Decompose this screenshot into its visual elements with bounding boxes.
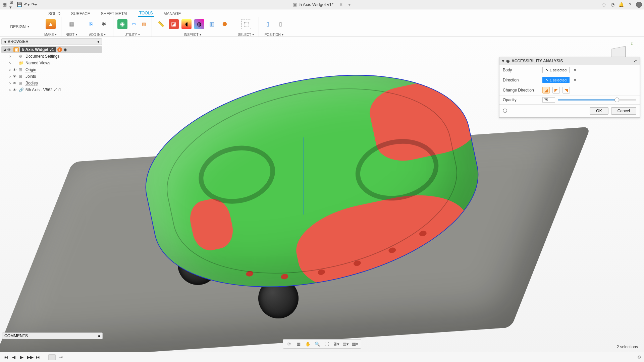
tab-close-button[interactable]: ×: [339, 2, 342, 8]
viewport-dropdown[interactable]: ▦▾: [352, 341, 358, 347]
origin-icon: ⊞: [19, 67, 24, 72]
save-icon[interactable]: 💾: [17, 2, 22, 7]
addin-gear-icon[interactable]: ✱: [99, 19, 109, 29]
panel-expand-icon[interactable]: ⤢: [634, 59, 637, 63]
opacity-label: Opacity: [503, 98, 540, 102]
comments-panel[interactable]: COMMENTS ●: [2, 333, 103, 339]
cancel-button[interactable]: Cancel: [611, 107, 636, 115]
direction-option-3[interactable]: ◥: [562, 87, 570, 94]
browser-pin-icon[interactable]: ●: [97, 39, 100, 44]
zoom-icon[interactable]: 🔍: [314, 341, 321, 347]
tab-tools[interactable]: TOOLS: [138, 10, 154, 17]
doc-cube-icon: ▣: [292, 2, 298, 7]
direction-label: Direction: [503, 78, 540, 82]
ok-button[interactable]: OK: [590, 107, 608, 115]
tree-item-docsettings[interactable]: ▷⚙ Document Settings: [7, 53, 102, 60]
app-title-bar: ▦ 🗎▾ 💾 ↶▾ ↷▾ ▣ 5 Axis Widget v1* × ＋ ◌ ◔…: [0, 0, 644, 9]
file-icon[interactable]: 🗎▾: [9, 2, 15, 7]
print3d-icon[interactable]: ▲: [46, 19, 56, 29]
direction-option-2[interactable]: ◤: [552, 87, 560, 94]
timeline-end-icon[interactable]: ⏭: [35, 355, 41, 360]
browser-header[interactable]: ◂ BROWSER ●: [1, 38, 102, 45]
select-icon[interactable]: ⬚: [241, 19, 251, 29]
row-opacity: Opacity: [499, 95, 640, 104]
opacity-input[interactable]: [542, 97, 555, 103]
nest-icon[interactable]: ▦: [67, 19, 77, 29]
grid-dropdown[interactable]: ▤▾: [342, 341, 349, 347]
tree-item-origin[interactable]: ▷👁⊞ Origin: [7, 66, 102, 73]
tab-solid[interactable]: SOLID: [47, 10, 62, 17]
group-utility: UTILITY: [124, 33, 137, 37]
hole: [246, 270, 254, 277]
opacity-slider[interactable]: [558, 99, 636, 101]
direction-option-1[interactable]: ◢: [542, 87, 550, 94]
utility-color-icon[interactable]: ◉: [117, 19, 127, 29]
undo-icon[interactable]: ↶▾: [24, 2, 30, 7]
timeline-marker-icon[interactable]: ⇥: [58, 355, 64, 360]
comments-pin-icon[interactable]: ●: [98, 334, 100, 338]
folder-icon: 📁: [19, 61, 24, 65]
utility-icon3[interactable]: ▧: [140, 20, 148, 28]
center-mass-icon[interactable]: ⬣: [220, 19, 230, 29]
tab-surface[interactable]: SURFACE: [70, 10, 92, 17]
direction-selector[interactable]: ↖ 1 selected: [542, 77, 570, 83]
viewport[interactable]: ◂ BROWSER ● ◢👁 ▣ 5 Axis Widget v1 ! ◉ ▷⚙…: [0, 37, 644, 352]
timeline-settings-icon[interactable]: ⚙: [637, 355, 641, 360]
help-icon[interactable]: ？: [627, 2, 633, 7]
tab-manage[interactable]: MANAGE: [162, 10, 182, 17]
extensions-icon[interactable]: ◌: [601, 2, 606, 7]
inaccessible-region: [366, 72, 486, 167]
section-icon[interactable]: ▥: [207, 19, 217, 29]
direction-clear-button[interactable]: ×: [572, 77, 578, 82]
tree-item-namedviews[interactable]: ▷📁 Named Views: [7, 60, 102, 66]
slider-thumb[interactable]: [614, 98, 619, 102]
timeline-prev-icon[interactable]: ◀: [11, 355, 17, 360]
position-icon2[interactable]: ▯: [276, 19, 286, 29]
timeline-feature[interactable]: [48, 354, 56, 360]
browser-panel: ◂ BROWSER ● ◢👁 ▣ 5 Axis Widget v1 ! ◉ ▷⚙…: [1, 38, 102, 93]
scripts-icon[interactable]: ⎘: [86, 19, 96, 29]
look-icon[interactable]: ▦: [295, 341, 302, 347]
bodies-icon: ⊞: [19, 81, 24, 85]
position-icon[interactable]: ▯: [263, 19, 273, 29]
job-status-icon[interactable]: ◔: [610, 2, 615, 7]
panel-collapse-icon[interactable]: ▾: [502, 59, 504, 63]
zebra-icon[interactable]: ◍: [194, 19, 204, 29]
pan-icon[interactable]: ✋: [305, 341, 311, 347]
row-direction: Direction ↖ 1 selected ×: [499, 75, 640, 85]
browser-collapse-icon[interactable]: ◂: [4, 39, 6, 44]
fit-icon[interactable]: ⛶: [323, 341, 330, 347]
body-clear-button[interactable]: ×: [572, 67, 578, 72]
ribbon: SOLID SURFACE SHEET METAL TOOLS MANAGE D…: [0, 9, 644, 37]
utility-icon2[interactable]: ▭: [130, 20, 138, 28]
timeline-next-icon[interactable]: ▶▶: [27, 355, 33, 360]
user-avatar[interactable]: [636, 2, 642, 8]
body-selector[interactable]: ↖ 1 selected: [542, 67, 570, 73]
interference-icon[interactable]: ◪: [169, 19, 179, 29]
tree-item-joints[interactable]: ▷👁⊞ Joints: [7, 73, 102, 80]
redo-icon[interactable]: ↷▾: [32, 2, 37, 7]
workspace-label: DESIGN: [10, 24, 26, 29]
info-icon[interactable]: ⓘ: [503, 108, 507, 114]
orbit-icon[interactable]: ⟳: [286, 341, 292, 347]
tree-item-component[interactable]: ▷👁🔗 5th Axis - V562 v1:1: [7, 86, 102, 93]
workspace-dropdown[interactable]: DESIGN▼: [0, 17, 40, 37]
measure-icon[interactable]: 📏: [156, 19, 166, 29]
notifications-icon[interactable]: 🔔: [619, 2, 624, 7]
app-grid-icon[interactable]: ▦: [2, 2, 7, 7]
axis-indicator[interactable]: [304, 137, 304, 215]
radio-icon[interactable]: ◉: [63, 47, 67, 52]
tree-item-bodies[interactable]: ▷👁⊞ Bodies: [7, 80, 102, 86]
new-tab-button[interactable]: ＋: [346, 2, 352, 7]
row-change-direction: Change Direction ◢ ◤ ◥: [499, 85, 640, 95]
boss-feature: [193, 139, 280, 210]
tree-root[interactable]: ◢👁 ▣ 5 Axis Widget v1 ! ◉: [1, 46, 102, 53]
group-addins: ADD-INS: [89, 33, 103, 37]
axis-label: z: [631, 42, 633, 45]
display-dropdown[interactable]: 🖥▾: [333, 341, 339, 347]
curvature-icon[interactable]: ◖: [181, 19, 192, 29]
panel-icon: ◉: [506, 59, 509, 63]
tab-sheetmetal[interactable]: SHEET METAL: [100, 10, 130, 17]
timeline-play-icon[interactable]: ▶: [19, 355, 25, 360]
timeline-start-icon[interactable]: ⏮: [3, 355, 9, 360]
